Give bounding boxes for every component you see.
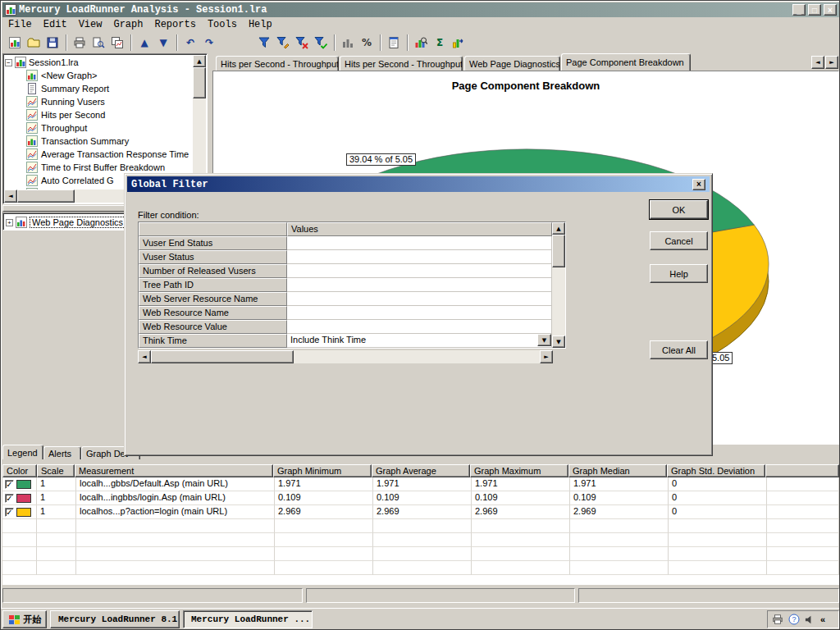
ok-button[interactable]: OK: [650, 200, 708, 219]
report-button[interactable]: [385, 34, 403, 52]
title-bar[interactable]: Mercury LoadRunner Analysis - Session1.l…: [2, 2, 839, 17]
maximize-button[interactable]: □: [808, 4, 821, 16]
tree-item-time-to-first-buffer[interactable]: Time to First Buffer Breakdown: [26, 161, 165, 174]
granularity-button[interactable]: [339, 34, 357, 52]
print-preview-button[interactable]: [89, 34, 107, 52]
menu-view[interactable]: View: [73, 17, 108, 32]
print-button[interactable]: [71, 34, 89, 52]
column-header-color[interactable]: Color: [2, 464, 37, 477]
menu-tools[interactable]: Tools: [202, 17, 243, 32]
tree-item-new-graph[interactable]: <New Graph>: [26, 69, 97, 82]
summary-button[interactable]: Σ: [431, 34, 449, 52]
grid-horizontal-scrollbar[interactable]: ◄ ►: [138, 350, 566, 363]
grid-value-cell[interactable]: [287, 250, 552, 264]
tab-alerts[interactable]: Alerts: [43, 446, 81, 459]
scroll-left-button[interactable]: ◄: [138, 350, 151, 363]
grid-row-header[interactable]: Number of Released Vusers: [139, 264, 287, 278]
tab-scroll-left-button[interactable]: ◄: [811, 56, 824, 69]
grid-value-cell[interactable]: [287, 278, 552, 292]
scroll-up-button[interactable]: ▲: [552, 222, 565, 235]
dialog-close-button[interactable]: ×: [692, 179, 705, 190]
tab-hits-per-second-throughput-1[interactable]: Hits per Second - Throughput: [216, 56, 339, 71]
menu-reports[interactable]: Reports: [148, 17, 201, 32]
think-time-combobox[interactable]: Include Think Time ▼: [287, 334, 552, 348]
column-header-graph-median[interactable]: Graph Median: [568, 464, 667, 477]
menu-edit[interactable]: Edit: [38, 17, 73, 32]
scrollbar-thumb[interactable]: [193, 67, 206, 98]
scroll-down-button[interactable]: ▼: [552, 336, 565, 348]
printer-icon[interactable]: [772, 614, 783, 625]
row-checkbox[interactable]: ✓: [5, 508, 14, 517]
scroll-up-button[interactable]: ▲: [193, 55, 206, 67]
grid-value-cell[interactable]: [287, 292, 552, 306]
row-checkbox[interactable]: ✓: [5, 480, 14, 489]
tree-item-avg-transaction-response-time[interactable]: Average Transaction Response Time: [26, 148, 189, 161]
scrollbar-thumb[interactable]: [151, 350, 294, 363]
tab-page-component-breakdown[interactable]: Page Component Breakdown: [561, 53, 691, 71]
taskbar-task-loadrunner-8-1[interactable]: Mercury LoadRunner 8.1: [50, 610, 180, 628]
volume-icon[interactable]: [805, 614, 815, 625]
tree-item-running-vusers[interactable]: Running Vusers: [26, 95, 105, 108]
scrollbar-thumb[interactable]: [17, 189, 75, 203]
percentile-button[interactable]: %: [358, 34, 376, 52]
export-graph-button[interactable]: [450, 34, 468, 52]
grid-vertical-scrollbar[interactable]: ▲ ▼: [552, 222, 565, 348]
clear-all-button[interactable]: Clear All: [650, 340, 708, 359]
add-graph-button[interactable]: [6, 34, 24, 52]
combobox-dropdown-button[interactable]: ▼: [537, 334, 551, 346]
grid-row-header[interactable]: Web Resource Name: [139, 306, 287, 320]
analyze-graph-button[interactable]: [412, 34, 430, 52]
column-header-measurement[interactable]: Measurement: [75, 464, 273, 477]
tree-vertical-scrollbar[interactable]: ▲ ▼: [193, 55, 206, 189]
scrollbar-thumb[interactable]: [552, 235, 565, 267]
scroll-left-button[interactable]: ◄: [4, 189, 17, 203]
help-icon[interactable]: ?: [788, 614, 800, 625]
column-header-graph-std-deviation[interactable]: Graph Std. Deviation: [667, 464, 765, 477]
apply-filter-all-button[interactable]: [312, 34, 330, 52]
tree-item-throughput[interactable]: Throughput: [26, 121, 87, 135]
clear-filter-button[interactable]: [293, 34, 311, 52]
menu-file[interactable]: File: [2, 17, 38, 32]
row-checkbox[interactable]: ✓: [5, 494, 14, 503]
tree-item-auto-correlated[interactable]: Auto Correlated G: [26, 174, 114, 187]
move-up-button[interactable]: ▲: [135, 34, 153, 52]
grid-value-cell[interactable]: [287, 264, 552, 278]
tree-item-transaction-summary[interactable]: Transaction Summary: [26, 135, 129, 148]
taskbar-task-loadrunner-analysis[interactable]: Mercury LoadRunner ...: [183, 610, 313, 628]
column-header-graph-maximum[interactable]: Graph Maximum: [470, 464, 568, 477]
tree-item-hits-per-second[interactable]: Hits per Second: [26, 108, 105, 121]
close-button[interactable]: ×: [824, 4, 837, 16]
scroll-right-button[interactable]: ►: [540, 350, 553, 363]
cancel-button[interactable]: Cancel: [650, 231, 708, 250]
minimize-button[interactable]: _: [792, 4, 806, 16]
grid-row-header[interactable]: Vuser Status: [139, 250, 287, 264]
tree-item-summary-report[interactable]: Summary Report: [26, 82, 109, 95]
grid-values-header[interactable]: Values: [287, 222, 552, 236]
collapse-icon[interactable]: −: [5, 59, 12, 66]
tree-root[interactable]: − Session1.lra: [5, 56, 79, 69]
expand-icon[interactable]: +: [6, 219, 13, 226]
help-button[interactable]: Help: [650, 264, 708, 283]
dialog-title-bar[interactable]: Global Filter ×: [127, 176, 710, 192]
grid-row-header[interactable]: Web Server Resource Name: [139, 292, 287, 306]
column-header-scale[interactable]: Scale: [37, 464, 75, 477]
grid-value-cell[interactable]: [287, 320, 552, 334]
menu-help[interactable]: Help: [243, 17, 278, 32]
color-swatch[interactable]: [16, 494, 31, 503]
grid-row-header[interactable]: Think Time: [139, 334, 287, 348]
column-header-graph-minimum[interactable]: Graph Minimum: [273, 464, 372, 477]
grid-row-header[interactable]: Vuser End Status: [139, 236, 287, 250]
undo-button[interactable]: ↶: [181, 34, 199, 52]
start-button[interactable]: 开始: [2, 610, 47, 628]
open-button[interactable]: [25, 34, 43, 52]
collapse-tray-chevron[interactable]: «: [820, 614, 825, 624]
tab-legend[interactable]: Legend: [2, 445, 43, 459]
grid-row-header[interactable]: Tree Path ID: [139, 278, 287, 292]
grid-row-header[interactable]: Web Resource Value: [139, 320, 287, 334]
grid-value-cell[interactable]: [287, 236, 552, 250]
set-filter-button[interactable]: [255, 34, 273, 52]
save-button[interactable]: [43, 34, 62, 52]
tree-item-web-page-diagnostics[interactable]: + Web Page Diagnostics: [6, 216, 126, 229]
tab-scroll-right-button[interactable]: ►: [825, 56, 838, 69]
color-swatch[interactable]: [16, 508, 31, 517]
